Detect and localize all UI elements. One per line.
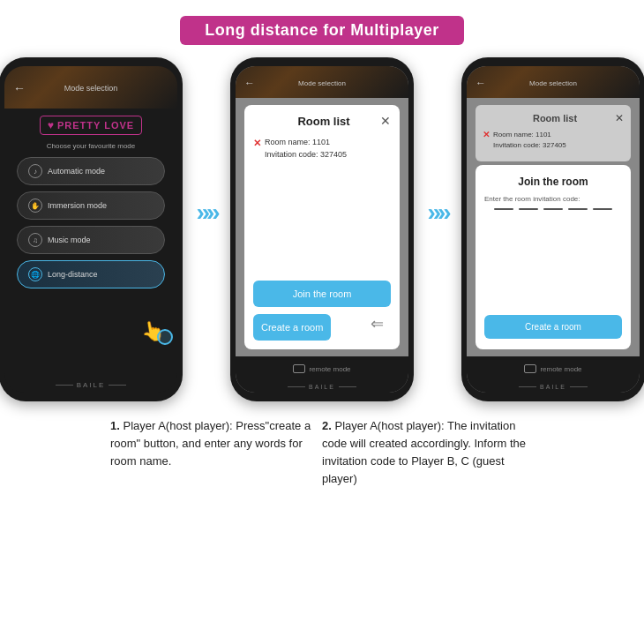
room-list-title: Room list [267, 115, 380, 128]
p3-footer-text: BAILE [540, 384, 566, 390]
p1-footer-text: BAILE [77, 381, 106, 389]
create-room-btn[interactable]: Create a room [253, 314, 331, 341]
desc1-number: 1. [110, 419, 120, 432]
p1-back-btn[interactable]: ← [13, 81, 26, 95]
tap-indicator [157, 329, 173, 345]
remote-icon [293, 364, 305, 373]
p1-logo-icon: ♥ [48, 119, 54, 131]
p3-create-room-btn[interactable]: Create a room [484, 315, 622, 339]
p3-remote-icon [524, 364, 536, 373]
join-room-title: Join the room [518, 176, 588, 188]
phone-2-screen: ← Mode selection Room list ✕ ✕ Room name… [236, 66, 408, 393]
p1-auto-btn[interactable]: ♪ Automatic mode [17, 157, 165, 185]
p1-buttons: ♪ Automatic mode ✋ Immersion mode ♫ Musi… [4, 157, 177, 288]
room-name: Room name: 1101 [265, 137, 347, 149]
immersion-icon: ✋ [28, 198, 42, 213]
room-x-icon: ✕ [253, 138, 261, 149]
p1-immersion-btn[interactable]: ✋ Immersion mode [17, 191, 165, 220]
description-2: 2. Player A(host player): The invitation… [322, 417, 534, 489]
room-info: Room name: 1101 Invitation code: 327405 [265, 137, 347, 161]
p3-top-bar: ← Mode selection [467, 66, 640, 98]
room-list-close-btn[interactable]: ✕ [380, 114, 391, 128]
p3-room-info: Room name: 1101 Invitation code: 327405 [493, 130, 566, 151]
p1-longdistance-label: Long-distance [48, 270, 98, 279]
p2-footer-text: BAILE [309, 384, 335, 390]
p3-invitation-code: Invitation code: 327405 [493, 140, 566, 151]
double-arrow-2: »» [427, 198, 447, 227]
p1-auto-label: Automatic mode [48, 167, 105, 176]
room-entry: ✕ Room name: 1101 Invitation code: 32740… [253, 137, 391, 161]
phone-3-screen: ← Mode selection Room list ✕ ✕ Room name… [467, 66, 640, 393]
code-dash-4 [568, 208, 588, 210]
p3-room-list-header: Room list ✕ [483, 112, 624, 124]
header: Long distance for Multiplayer [0, 0, 644, 57]
p1-mode-label: Mode selection [64, 84, 118, 93]
p3-back-btn[interactable]: ← [476, 77, 486, 89]
phone-1: ← Mode selection ♥ PRETTY LOVE Choose yo… [0, 57, 183, 401]
p1-logo: ♥ PRETTY LOVE [40, 116, 142, 135]
p3-close-btn[interactable]: ✕ [615, 112, 624, 124]
invitation-code: Invitation code: 327405 [265, 149, 347, 161]
desc2-number: 2. [322, 419, 332, 432]
code-dash-2 [519, 208, 538, 210]
p1-music-label: Music mode [48, 236, 91, 244]
p2-remote-label: remote mode [309, 365, 350, 373]
p1-subtitle: Choose your favourite mode [4, 142, 177, 150]
globe-icon: 🌐 [28, 267, 42, 281]
page-title: Long distance for Multiplayer [180, 16, 464, 45]
arrow-2: »» [414, 198, 461, 227]
code-dash-row [494, 208, 612, 210]
code-dash-5 [593, 208, 612, 210]
room-actions: Join the room Create a room ⇐ [253, 281, 391, 341]
p1-music-btn[interactable]: ♫ Music mode [17, 226, 165, 254]
code-dash-1 [494, 208, 513, 210]
p1-immersion-label: Immersion mode [48, 201, 107, 210]
footer-dash-right [109, 385, 126, 386]
join-room-btn[interactable]: Join the room [253, 281, 391, 307]
phone-2: ← Mode selection Room list ✕ ✕ Room name… [230, 57, 414, 401]
p3-room-entry: ✕ Room name: 1101 Invitation code: 32740… [483, 130, 624, 151]
description-1: 1. Player A(host player): Press"create a… [110, 417, 322, 489]
p1-logo-text: PRETTY LOVE [57, 120, 134, 131]
p1-longdistance-btn[interactable]: 🌐 Long-distance [17, 260, 165, 288]
p3-mode-label: Mode selection [529, 79, 577, 87]
phones-row: ← Mode selection ♥ PRETTY LOVE Choose yo… [0, 57, 644, 401]
desc1-text: Player A(host player): Press"create a ro… [110, 419, 311, 468]
create-tap-arrow-icon: ⇐ [371, 314, 384, 333]
room-list-modal: Room list ✕ ✕ Room name: 1101 Invitation… [244, 105, 400, 349]
join-room-modal: Join the room Enter the room invitation … [476, 165, 631, 349]
room-list-header: Room list ✕ [253, 114, 391, 128]
auto-icon: ♪ [28, 164, 42, 178]
footer-dash-left [56, 385, 73, 386]
p2-mode-label: Mode selection [298, 79, 346, 87]
phone-3: ← Mode selection Room list ✕ ✕ Room name… [461, 57, 644, 401]
join-room-input-label: Enter the room invitation code: [484, 195, 580, 203]
descriptions: 1. Player A(host player): Press"create a… [0, 401, 644, 489]
p3-bottom-bar: remote mode [467, 356, 640, 381]
p3-room-list-title: Room list [495, 113, 615, 124]
p2-top-bar: ← Mode selection [236, 66, 408, 98]
p2-bottom-bar: remote mode [236, 356, 408, 381]
code-dash-3 [543, 208, 563, 210]
p2-back-btn[interactable]: ← [244, 77, 255, 89]
p1-header: ← Mode selection [4, 66, 177, 109]
double-arrow-1: »» [196, 198, 216, 227]
p3-room-name: Room name: 1101 [493, 130, 566, 140]
p3-x-icon: ✕ [483, 130, 490, 139]
p1-footer: BAILE [4, 376, 177, 393]
music-icon: ♫ [28, 233, 42, 247]
desc2-text: Player A(host player): The invitation co… [322, 419, 526, 485]
arrow-1: »» [183, 198, 230, 227]
room-list-modal-3: Room list ✕ ✕ Room name: 1101 Invitation… [476, 105, 631, 161]
phone-1-screen: ← Mode selection ♥ PRETTY LOVE Choose yo… [4, 66, 177, 393]
p3-remote-label: remote mode [540, 365, 581, 373]
